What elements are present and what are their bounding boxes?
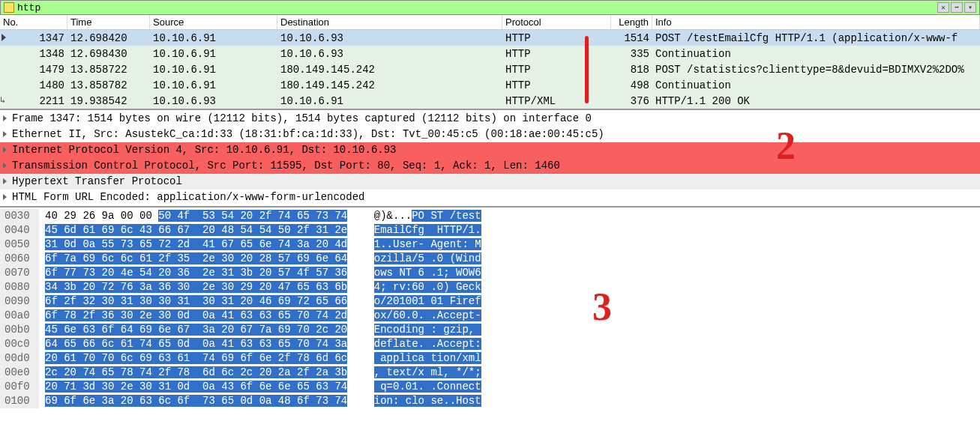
detail-line[interactable]: Internet Protocol Version 4, Src: 10.10.… [0, 142, 980, 158]
detail-line[interactable]: Ethernet II, Src: AsustekC_ca:1d:33 (18:… [0, 127, 980, 142]
display-filter-input[interactable]: http [17, 2, 937, 13]
packet-details-pane[interactable]: Frame 1347: 1514 bytes on wire (12112 bi… [0, 110, 980, 208]
packet-row[interactable]: 148013.85878210.10.6.91180.149.145.242HT… [0, 77, 980, 93]
col-header-no[interactable]: No. [0, 15, 67, 29]
packet-list-pane: No. Time Source Destination Protocol Len… [0, 15, 980, 110]
bookmark-icon [4, 2, 14, 13]
hex-row[interactable]: 010069 6f 6e 3a 20 63 6c 6f 73 65 0d 0a … [0, 394, 980, 408]
col-header-length[interactable]: Length [611, 15, 652, 29]
packet-row[interactable]: 134812.69843010.10.6.9110.10.6.93HTTP335… [0, 46, 980, 61]
hex-row[interactable]: 00f020 71 3d 30 2e 30 31 0d 0a 43 6f 6e … [0, 380, 980, 394]
detail-line[interactable]: Transmission Control Protocol, Src Port:… [0, 158, 980, 174]
packet-row[interactable]: 221119.93854210.10.6.9310.10.6.91HTTP/XM… [0, 93, 980, 109]
display-filter-bar[interactable]: http ✕ ➡ ▾ [0, 0, 980, 15]
hex-row[interactable]: 00d020 61 70 70 6c 69 63 61 74 69 6f 6e … [0, 351, 980, 366]
filter-dropdown-button[interactable]: ▾ [964, 2, 976, 13]
col-header-info[interactable]: Info [652, 15, 980, 29]
detail-line[interactable]: Frame 1347: 1514 bytes on wire (12112 bi… [0, 111, 980, 127]
hex-row[interactable]: 00c064 65 66 6c 61 74 65 0d 0a 41 63 63 … [0, 337, 980, 351]
hex-row[interactable]: 00906f 2f 32 30 31 30 30 31 30 31 20 46 … [0, 294, 980, 309]
filter-buttons: ✕ ➡ ▾ [937, 2, 976, 13]
detail-line[interactable]: HTML Form URL Encoded: application/x-www… [0, 190, 980, 205]
packet-row[interactable]: 134712.69842010.10.6.9110.10.6.93HTTP151… [0, 30, 980, 46]
hex-row[interactable]: 008034 3b 20 72 76 3a 36 30 2e 30 29 20 … [0, 280, 980, 294]
packet-bytes-pane[interactable]: 003040 29 26 9a 00 00 50 4f 53 54 20 2f … [0, 208, 980, 410]
col-header-destination[interactable]: Destination [277, 15, 502, 29]
col-header-time[interactable]: Time [67, 15, 150, 29]
clear-filter-button[interactable]: ✕ [937, 2, 949, 13]
hex-row[interactable]: 004045 6d 61 69 6c 43 66 67 20 48 54 54 … [0, 223, 980, 237]
detail-line[interactable]: Hypertext Transfer Protocol [0, 174, 980, 190]
hex-row[interactable]: 00e02c 20 74 65 78 74 2f 78 6d 6c 2c 20 … [0, 366, 980, 380]
col-header-source[interactable]: Source [150, 15, 277, 29]
hex-row[interactable]: 00b045 6e 63 6f 64 69 6e 67 3a 20 67 7a … [0, 323, 980, 337]
col-header-protocol[interactable]: Protocol [502, 15, 611, 29]
hex-row[interactable]: 00606f 7a 69 6c 6c 61 2f 35 2e 30 20 28 … [0, 252, 980, 266]
hex-row[interactable]: 005031 0d 0a 55 73 65 72 2d 41 67 65 6e … [0, 237, 980, 252]
packet-list-header: No. Time Source Destination Protocol Len… [0, 15, 980, 30]
hex-row[interactable]: 00706f 77 73 20 4e 54 20 36 2e 31 3b 20 … [0, 266, 980, 280]
packet-row[interactable]: 147913.85872210.10.6.91180.149.145.242HT… [0, 61, 980, 77]
apply-filter-button[interactable]: ➡ [951, 2, 963, 13]
hex-row[interactable]: 003040 29 26 9a 00 00 50 4f 53 54 20 2f … [0, 209, 980, 223]
packet-list-body[interactable]: 134712.69842010.10.6.9110.10.6.93HTTP151… [0, 30, 980, 109]
hex-row[interactable]: 00a06f 78 2f 36 30 2e 30 0d 0a 41 63 63 … [0, 309, 980, 323]
